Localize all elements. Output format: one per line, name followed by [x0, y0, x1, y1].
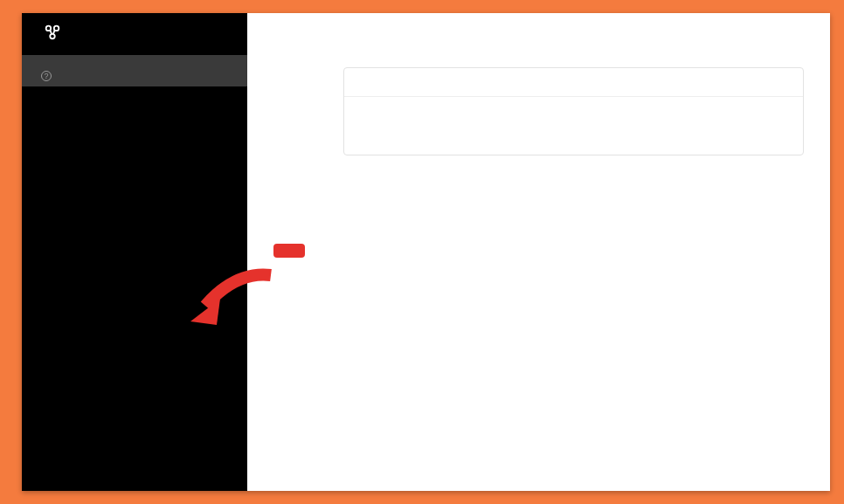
- main-content: [247, 13, 830, 491]
- app-shell: ?: [22, 13, 830, 491]
- section-tools: [22, 55, 247, 66]
- callout-label: [273, 244, 305, 258]
- logo: [22, 13, 247, 55]
- svg-point-2: [50, 34, 55, 39]
- sidebar: ?: [22, 13, 247, 491]
- card-subtitle: [344, 97, 803, 128]
- section-money: ?: [22, 66, 247, 86]
- help-icon[interactable]: ?: [41, 71, 52, 81]
- arrow-annotation: [183, 262, 280, 332]
- card-title: [344, 68, 803, 97]
- content-card: [343, 67, 804, 155]
- logo-icon: [43, 22, 62, 48]
